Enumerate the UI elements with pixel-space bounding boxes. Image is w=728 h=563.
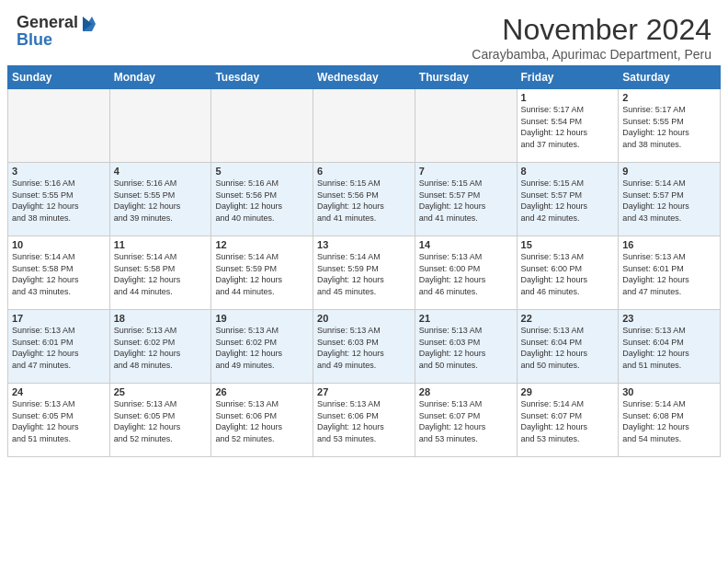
day-number: 12: [215, 239, 309, 250]
day-info: Sunrise: 5:17 AMSunset: 5:55 PMDaylight:…: [622, 104, 716, 150]
day-number: 6: [317, 166, 411, 177]
weekday-header-thursday: Thursday: [415, 66, 517, 89]
calendar-cell-empty: [8, 89, 110, 163]
calendar-cell-23: 23Sunrise: 5:13 AMSunset: 6:04 PMDayligh…: [619, 310, 721, 384]
day-number: 28: [419, 386, 513, 397]
calendar-cell-empty: [211, 89, 313, 163]
day-info: Sunrise: 5:13 AMSunset: 6:01 PMDaylight:…: [622, 251, 716, 297]
weekday-header-monday: Monday: [109, 66, 211, 89]
calendar-cell-17: 17Sunrise: 5:13 AMSunset: 6:01 PMDayligh…: [8, 310, 110, 384]
day-number: 18: [114, 313, 208, 324]
weekday-header-row: SundayMondayTuesdayWednesdayThursdayFrid…: [8, 66, 721, 89]
day-info: Sunrise: 5:13 AMSunset: 6:03 PMDaylight:…: [419, 325, 513, 371]
calendar-cell-18: 18Sunrise: 5:13 AMSunset: 6:02 PMDayligh…: [109, 310, 211, 384]
calendar-cell-15: 15Sunrise: 5:13 AMSunset: 6:00 PMDayligh…: [517, 236, 619, 310]
day-info: Sunrise: 5:15 AMSunset: 5:57 PMDaylight:…: [419, 178, 513, 224]
day-number: 22: [521, 313, 615, 324]
calendar-cell-27: 27Sunrise: 5:13 AMSunset: 6:06 PMDayligh…: [313, 384, 415, 457]
day-info: Sunrise: 5:14 AMSunset: 5:58 PMDaylight:…: [114, 251, 208, 297]
calendar-cell-5: 5Sunrise: 5:16 AMSunset: 5:56 PMDaylight…: [211, 163, 313, 236]
day-number: 5: [215, 166, 309, 177]
calendar-cell-30: 30Sunrise: 5:14 AMSunset: 6:08 PMDayligh…: [619, 384, 721, 457]
calendar-cell-4: 4Sunrise: 5:16 AMSunset: 5:55 PMDaylight…: [109, 163, 211, 236]
day-number: 10: [12, 239, 106, 250]
logo-blue-text: Blue: [17, 30, 52, 50]
day-number: 23: [622, 313, 716, 324]
day-info: Sunrise: 5:13 AMSunset: 6:03 PMDaylight:…: [317, 325, 411, 371]
calendar-cell-24: 24Sunrise: 5:13 AMSunset: 6:05 PMDayligh…: [8, 384, 110, 457]
calendar-cell-29: 29Sunrise: 5:14 AMSunset: 6:07 PMDayligh…: [517, 384, 619, 457]
day-number: 4: [114, 166, 208, 177]
logo-icon: [79, 15, 96, 31]
weekday-header-wednesday: Wednesday: [313, 66, 415, 89]
calendar-cell-9: 9Sunrise: 5:14 AMSunset: 5:57 PMDaylight…: [619, 163, 721, 236]
day-info: Sunrise: 5:16 AMSunset: 5:56 PMDaylight:…: [215, 178, 309, 224]
calendar-cell-21: 21Sunrise: 5:13 AMSunset: 6:03 PMDayligh…: [415, 310, 517, 384]
calendar-cell-14: 14Sunrise: 5:13 AMSunset: 6:00 PMDayligh…: [415, 236, 517, 310]
day-number: 14: [419, 239, 513, 250]
calendar-cell-6: 6Sunrise: 5:15 AMSunset: 5:56 PMDaylight…: [313, 163, 415, 236]
day-info: Sunrise: 5:13 AMSunset: 6:02 PMDaylight:…: [215, 325, 309, 371]
day-info: Sunrise: 5:15 AMSunset: 5:56 PMDaylight:…: [317, 178, 411, 224]
calendar-week-1: 1Sunrise: 5:17 AMSunset: 5:54 PMDaylight…: [8, 89, 721, 163]
day-info: Sunrise: 5:13 AMSunset: 6:06 PMDaylight:…: [215, 398, 309, 444]
title-block: November 2024 Caraybamba, Apurimac Depar…: [472, 13, 711, 62]
calendar-cell-25: 25Sunrise: 5:13 AMSunset: 6:05 PMDayligh…: [109, 384, 211, 457]
calendar-cell-22: 22Sunrise: 5:13 AMSunset: 6:04 PMDayligh…: [517, 310, 619, 384]
day-info: Sunrise: 5:14 AMSunset: 6:08 PMDaylight:…: [622, 398, 716, 444]
day-number: 16: [622, 239, 716, 250]
day-number: 30: [622, 386, 716, 397]
day-number: 1: [521, 92, 615, 103]
day-info: Sunrise: 5:13 AMSunset: 6:00 PMDaylight:…: [419, 251, 513, 297]
day-number: 8: [521, 166, 615, 177]
day-info: Sunrise: 5:16 AMSunset: 5:55 PMDaylight:…: [114, 178, 208, 224]
day-number: 13: [317, 239, 411, 250]
day-number: 26: [215, 386, 309, 397]
day-number: 2: [622, 92, 716, 103]
day-number: 15: [521, 239, 615, 250]
day-info: Sunrise: 5:13 AMSunset: 6:02 PMDaylight:…: [114, 325, 208, 371]
weekday-header-tuesday: Tuesday: [211, 66, 313, 89]
day-number: 27: [317, 386, 411, 397]
calendar-cell-empty: [109, 89, 211, 163]
calendar-week-3: 10Sunrise: 5:14 AMSunset: 5:58 PMDayligh…: [8, 236, 721, 310]
day-info: Sunrise: 5:13 AMSunset: 6:05 PMDaylight:…: [12, 398, 106, 444]
day-info: Sunrise: 5:14 AMSunset: 5:58 PMDaylight:…: [12, 251, 106, 297]
calendar-week-5: 24Sunrise: 5:13 AMSunset: 6:05 PMDayligh…: [8, 384, 721, 457]
calendar-cell-2: 2Sunrise: 5:17 AMSunset: 5:55 PMDaylight…: [619, 89, 721, 163]
calendar-cell-20: 20Sunrise: 5:13 AMSunset: 6:03 PMDayligh…: [313, 310, 415, 384]
day-info: Sunrise: 5:13 AMSunset: 6:00 PMDaylight:…: [521, 251, 615, 297]
day-number: 11: [114, 239, 208, 250]
day-info: Sunrise: 5:13 AMSunset: 6:07 PMDaylight:…: [419, 398, 513, 444]
calendar-cell-7: 7Sunrise: 5:15 AMSunset: 5:57 PMDaylight…: [415, 163, 517, 236]
day-info: Sunrise: 5:14 AMSunset: 5:57 PMDaylight:…: [622, 178, 716, 224]
calendar-cell-empty: [313, 89, 415, 163]
day-info: Sunrise: 5:13 AMSunset: 6:06 PMDaylight:…: [317, 398, 411, 444]
calendar-cell-26: 26Sunrise: 5:13 AMSunset: 6:06 PMDayligh…: [211, 384, 313, 457]
calendar-week-2: 3Sunrise: 5:16 AMSunset: 5:55 PMDaylight…: [8, 163, 721, 236]
day-info: Sunrise: 5:13 AMSunset: 6:04 PMDaylight:…: [622, 325, 716, 371]
page-header: General Blue November 2024 Caraybamba, A…: [0, 0, 728, 65]
day-info: Sunrise: 5:14 AMSunset: 5:59 PMDaylight:…: [317, 251, 411, 297]
day-info: Sunrise: 5:16 AMSunset: 5:55 PMDaylight:…: [12, 178, 106, 224]
calendar-cell-11: 11Sunrise: 5:14 AMSunset: 5:58 PMDayligh…: [109, 236, 211, 310]
calendar-cell-28: 28Sunrise: 5:13 AMSunset: 6:07 PMDayligh…: [415, 384, 517, 457]
calendar-cell-13: 13Sunrise: 5:14 AMSunset: 5:59 PMDayligh…: [313, 236, 415, 310]
day-info: Sunrise: 5:14 AMSunset: 5:59 PMDaylight:…: [215, 251, 309, 297]
calendar-cell-1: 1Sunrise: 5:17 AMSunset: 5:54 PMDaylight…: [517, 89, 619, 163]
calendar-cell-12: 12Sunrise: 5:14 AMSunset: 5:59 PMDayligh…: [211, 236, 313, 310]
day-number: 19: [215, 313, 309, 324]
calendar-cell-19: 19Sunrise: 5:13 AMSunset: 6:02 PMDayligh…: [211, 310, 313, 384]
day-number: 9: [622, 166, 716, 177]
location-title: Caraybamba, Apurimac Department, Peru: [472, 47, 711, 62]
day-number: 7: [419, 166, 513, 177]
day-info: Sunrise: 5:15 AMSunset: 5:57 PMDaylight:…: [521, 178, 615, 224]
day-info: Sunrise: 5:13 AMSunset: 6:04 PMDaylight:…: [521, 325, 615, 371]
day-info: Sunrise: 5:13 AMSunset: 6:05 PMDaylight:…: [114, 398, 208, 444]
weekday-header-friday: Friday: [517, 66, 619, 89]
calendar-cell-10: 10Sunrise: 5:14 AMSunset: 5:58 PMDayligh…: [8, 236, 110, 310]
calendar-week-4: 17Sunrise: 5:13 AMSunset: 6:01 PMDayligh…: [8, 310, 721, 384]
calendar-cell-empty: [415, 89, 517, 163]
weekday-header-saturday: Saturday: [619, 66, 721, 89]
month-title: November 2024: [472, 13, 711, 47]
